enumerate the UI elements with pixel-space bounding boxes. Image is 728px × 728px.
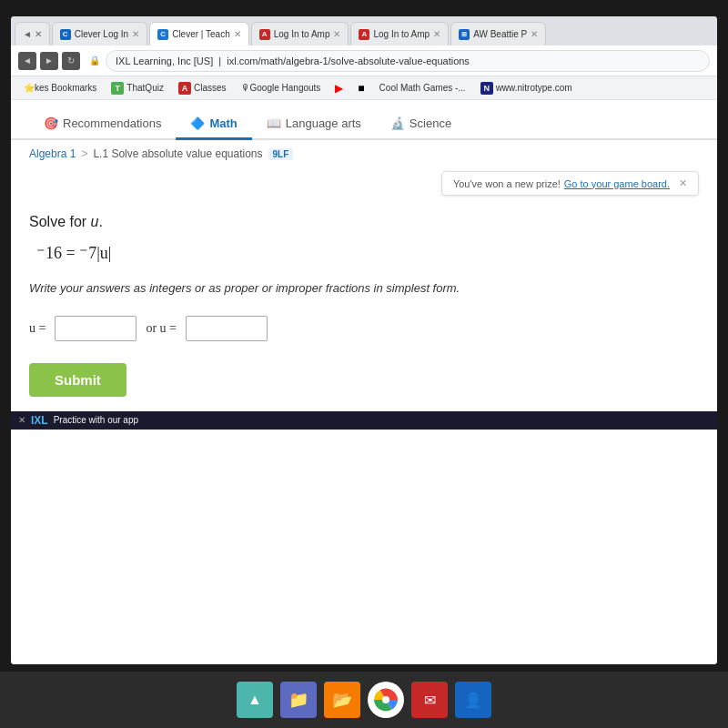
address-input[interactable] [106,50,710,72]
prize-close-button[interactable]: ✕ [679,177,687,189]
tab-bar: ◄ ✕ C Clever Log In ✕ C Clever | Teach ✕… [11,16,717,46]
classes-icon: A [178,82,191,95]
breadcrumb-subject[interactable]: Algebra 1 [29,147,76,160]
bookmark-youtube[interactable]: ▶ [329,80,349,96]
nav-tab-recommendations[interactable]: 🎯 Recommendations [29,109,176,140]
breadcrumb-separator: > [81,147,87,160]
taskbar-launcher[interactable]: ▲ [237,682,273,718]
nav-tab-science[interactable]: 🔬 Science [376,109,466,140]
bookmark-thatquiz[interactable]: T ThatQuiz [106,80,169,96]
breadcrumb-topic: L.1 Solve absolute value equations [93,147,262,160]
star-icon: ⭐ [24,83,35,93]
taskbar-user[interactable]: 👤 [455,682,491,718]
taskbar-gmail[interactable]: ✉ [411,682,448,718]
bookmarks-label[interactable]: ⭐ kes Bookmarks [18,81,102,95]
tab-clever-teach[interactable]: C Clever | Teach ✕ [149,22,249,46]
recommendations-icon: 🎯 [44,116,58,130]
level-badge: 9LF [268,148,294,160]
amp-1-icon: A [259,29,270,40]
ixl-logo: IXL [31,414,48,427]
clever-teach-icon: C [157,29,168,40]
answer-input-2[interactable] [186,316,268,341]
tab-amp-1[interactable]: A Log In to Amp ✕ [251,22,349,46]
solve-label: Solve for u. [29,214,699,230]
nitrotype-icon: N [480,82,493,95]
taskbar-chrome[interactable] [368,682,404,718]
science-icon: 🔬 [390,116,405,130]
nav-tab-math[interactable]: 🔷 Math [176,109,251,140]
bookmark-hangouts[interactable]: 🎙 Google Hangouts [236,81,327,95]
amp-2-icon: A [359,29,369,40]
equation-display: ⁻16 = ⁻7|u| [29,243,699,263]
prize-link[interactable]: Go to your game board. [564,178,670,189]
instructions-text: Write your answers as integers or as pro… [29,279,699,298]
tab-beattie[interactable]: ⊞ AW Beattie P ✕ [450,22,546,46]
tab-back[interactable]: ◄ ✕ [15,22,50,46]
prize-text: You've won a new prize! [453,178,561,189]
black-icon: ■ [358,82,364,95]
prize-notification: You've won a new prize! Go to your game … [441,171,699,196]
hangouts-icon: 🎙 [241,83,250,93]
tab-amp-2[interactable]: A Log In to Amp ✕ [350,22,449,46]
bookmarks-bar: ⭐ kes Bookmarks T ThatQuiz A Classes 🎙 G… [11,76,717,100]
breadcrumb: Algebra 1 > L.1 Solve absolute value equ… [11,140,717,167]
bottom-bar-text: Practice with our app [54,415,138,425]
nav-tab-language-arts[interactable]: 📖 Language arts [252,109,376,140]
ixl-nav: 🎯 Recommendations 🔷 Math 📖 Language arts… [11,100,717,140]
answer-row: u = or u = [29,316,699,341]
language-arts-icon: 📖 [267,116,281,130]
tab-clever-login[interactable]: C Clever Log In ✕ [52,22,147,46]
taskbar: ▲ 📁 📂 ✉ 👤 [0,672,728,728]
bookmark-nitrotype[interactable]: N www.nitrotype.com [475,80,578,96]
forward-button[interactable]: ► [40,52,58,70]
refresh-button[interactable]: ↻ [62,52,80,70]
bookmark-black[interactable]: ■ [352,80,369,96]
youtube-icon: ▶ [335,82,343,95]
bottom-close-button[interactable]: ✕ [18,415,25,425]
taskbar-files[interactable]: 📁 [280,682,317,718]
address-bar: ◄ ► ↻ 🔒 [11,46,717,76]
bookmark-classes[interactable]: A Classes [173,80,232,96]
svg-point-2 [382,696,389,703]
ixl-bottom-bar: ✕ IXL Practice with our app [11,411,717,430]
submit-button[interactable]: Submit [29,363,126,397]
chrome-icon [374,688,398,712]
lock-icon: 🔒 [89,56,100,66]
answer-input-1[interactable] [55,316,136,341]
clever-login-icon: C [60,29,71,40]
thatquiz-icon: T [111,82,124,95]
math-icon: 🔷 [190,116,205,130]
exercise-area: Solve for u. ⁻16 = ⁻7|u| Write your answ… [11,199,717,411]
taskbar-folder[interactable]: 📂 [324,682,360,718]
back-button[interactable]: ◄ [18,52,36,70]
page-content: 🎯 Recommendations 🔷 Math 📖 Language arts… [11,100,717,664]
bookmark-coolmath[interactable]: Cool Math Games -... [374,81,471,95]
beattie-icon: ⊞ [459,29,470,40]
